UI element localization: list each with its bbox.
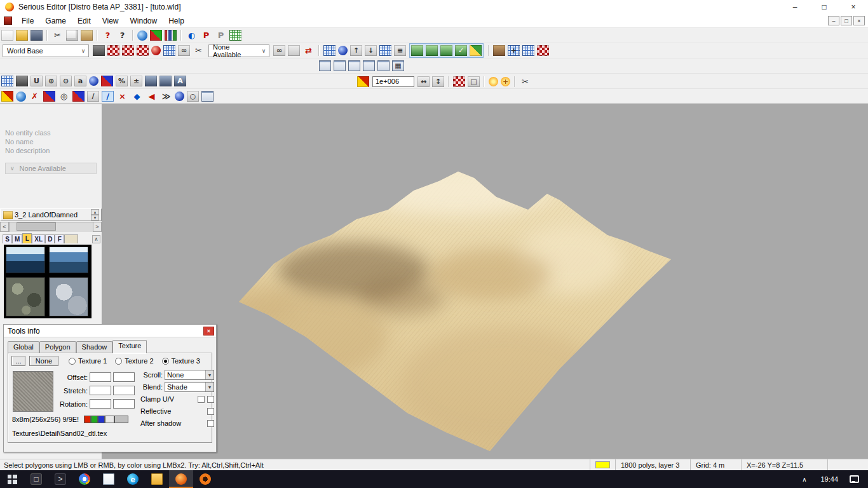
cut-icon[interactable]: ✂ <box>51 30 64 41</box>
detach-icon[interactable]: ✂ <box>193 45 205 56</box>
anchor-entity-icon[interactable] <box>93 45 105 56</box>
texture-tab-s[interactable]: S <box>3 234 12 243</box>
menu-edit[interactable]: Edit <box>72 15 97 27</box>
viewport-frame-2-icon[interactable] <box>334 60 346 71</box>
delete-red-icon[interactable]: ✗ <box>29 91 41 102</box>
tools-tab-shadow[interactable]: Shadow <box>76 341 113 353</box>
flip-texture-icon[interactable] <box>72 91 85 102</box>
light-add-icon[interactable]: + <box>501 77 510 86</box>
move-up-icon[interactable]: ↑ <box>350 45 362 56</box>
grid-cells-icon[interactable] <box>522 45 534 56</box>
range-icon[interactable] <box>357 76 369 87</box>
texture-tab-f[interactable]: F <box>55 234 64 243</box>
texture-tab-d[interactable]: D <box>45 234 55 243</box>
color-swatch[interactable] <box>98 416 105 423</box>
spin-up-button[interactable]: ▴ <box>91 209 99 215</box>
radio-texture-3[interactable]: Texture 3 <box>162 357 200 365</box>
tools-info-titlebar[interactable]: Tools info × <box>4 325 216 337</box>
texture-tab-l[interactable]: L <box>22 233 32 243</box>
layer-a-icon[interactable] <box>411 45 423 56</box>
help-icon[interactable]: ? <box>102 30 114 41</box>
tools-tab-polygon[interactable]: Polygon <box>39 341 76 353</box>
serious-editor-icon[interactable] <box>169 470 193 488</box>
layer-c-icon[interactable] <box>440 45 452 56</box>
texture-thumbnail[interactable] <box>6 277 45 316</box>
task-view-icon[interactable]: □ <box>24 470 48 488</box>
step-back-icon[interactable]: ◀ <box>146 91 158 102</box>
move-down-icon[interactable]: ↓ <box>365 45 377 56</box>
viewport-frame-5-icon[interactable] <box>377 60 390 71</box>
entity-property-select[interactable]: ∨ None Available <box>5 163 97 174</box>
range-value-input[interactable]: 1e+006 <box>372 76 414 87</box>
reflective-checkbox[interactable] <box>207 408 214 415</box>
texture-thumbnail[interactable] <box>49 247 88 273</box>
snapshot-1-icon[interactable] <box>145 76 157 86</box>
after-shadow-checkbox[interactable] <box>207 420 214 427</box>
p-gray-icon[interactable]: P <box>215 30 227 41</box>
viewport-grid-icon[interactable]: ▦ <box>392 60 404 71</box>
scroll-left-button[interactable]: < <box>0 222 9 232</box>
layer-paint-icon[interactable] <box>470 45 482 56</box>
texture-tab-blank[interactable] <box>64 234 78 243</box>
serious-sam-icon[interactable] <box>193 470 217 488</box>
zoom-out-icon[interactable]: ⊖ <box>60 76 72 86</box>
world-base-select[interactable]: World Base ∨ <box>3 44 89 57</box>
minimize-button[interactable]: – <box>780 0 810 14</box>
contrast-icon[interactable]: ◐ <box>186 30 198 41</box>
scroll-right-button[interactable]: > <box>93 222 102 232</box>
clamp-v-checkbox[interactable] <box>207 396 214 403</box>
active-color-swatch[interactable] <box>595 461 610 468</box>
diamond-icon[interactable]: ◆ <box>131 91 143 102</box>
erase-small-icon[interactable]: × <box>116 91 128 102</box>
rotation-u-input[interactable] <box>90 399 111 409</box>
new-file-icon[interactable] <box>1 30 13 41</box>
edge-icon[interactable]: e <box>121 470 145 488</box>
texture-thumbnail[interactable] <box>6 247 45 273</box>
blend-select[interactable]: Shade ▼ <box>165 382 214 392</box>
start-button[interactable] <box>0 470 24 488</box>
radio-texture-2[interactable]: Texture 2 <box>115 357 153 365</box>
texture-tab-xl[interactable]: XL <box>32 234 45 243</box>
radio-texture-1[interactable]: Texture 1 <box>69 357 107 365</box>
color-swatch[interactable] <box>91 416 98 423</box>
viewport-frame-4-icon[interactable] <box>363 60 375 71</box>
save-file-icon[interactable] <box>31 30 43 41</box>
grid-plus-icon[interactable]: + <box>508 45 520 56</box>
chrome-icon[interactable] <box>72 470 97 488</box>
scrollbar-track[interactable] <box>9 222 93 232</box>
checker-red-icon[interactable] <box>537 45 549 56</box>
light-icon[interactable] <box>489 77 498 86</box>
eye-icon[interactable]: ◎ <box>58 91 70 102</box>
fast-forward-icon[interactable]: ≫ <box>160 91 172 102</box>
swap-arrows-icon[interactable]: ⇄ <box>302 45 315 56</box>
texture-tab-m[interactable]: M <box>12 234 22 243</box>
stretch-v-input[interactable] <box>113 386 135 395</box>
blue-sphere-icon[interactable] <box>338 46 348 55</box>
percent-icon[interactable]: % <box>116 76 128 86</box>
paint-pour-icon[interactable] <box>1 91 13 102</box>
context-help-icon[interactable]: ? <box>116 30 128 41</box>
viewport-frame-3-icon[interactable] <box>348 60 360 71</box>
list-view-icon[interactable]: ≡ <box>394 45 406 56</box>
paste-icon[interactable] <box>81 30 93 41</box>
tray-chevron-icon[interactable]: ∧ <box>794 476 814 483</box>
close-button[interactable]: × <box>839 0 868 14</box>
clock[interactable]: 19:44 <box>814 475 844 483</box>
library-icon[interactable] <box>165 30 177 41</box>
circle-outline-icon[interactable]: ○ <box>187 91 199 102</box>
zoom-in-icon[interactable]: ⊕ <box>45 76 57 86</box>
stretch-u-input[interactable] <box>90 386 111 395</box>
mdi-restore-button[interactable]: □ <box>841 16 852 25</box>
sphere-blue-2-icon[interactable] <box>175 92 184 101</box>
p-red-icon[interactable]: P <box>200 30 212 41</box>
world-paint-3-icon[interactable] <box>137 45 149 56</box>
shield-icon[interactable] <box>89 76 98 86</box>
layer-check-icon[interactable]: ✓ <box>455 45 467 56</box>
perspective-viewport[interactable] <box>102 104 868 459</box>
menu-file[interactable]: File <box>16 15 39 27</box>
open-file-icon[interactable] <box>16 30 28 41</box>
subdivide-icon[interactable] <box>453 76 465 87</box>
red-sphere-icon[interactable] <box>151 46 161 55</box>
maximize-button[interactable]: □ <box>810 0 839 14</box>
texture-browser-header[interactable]: 3_2 LandOfDamned ▴ ▾ <box>0 208 102 221</box>
